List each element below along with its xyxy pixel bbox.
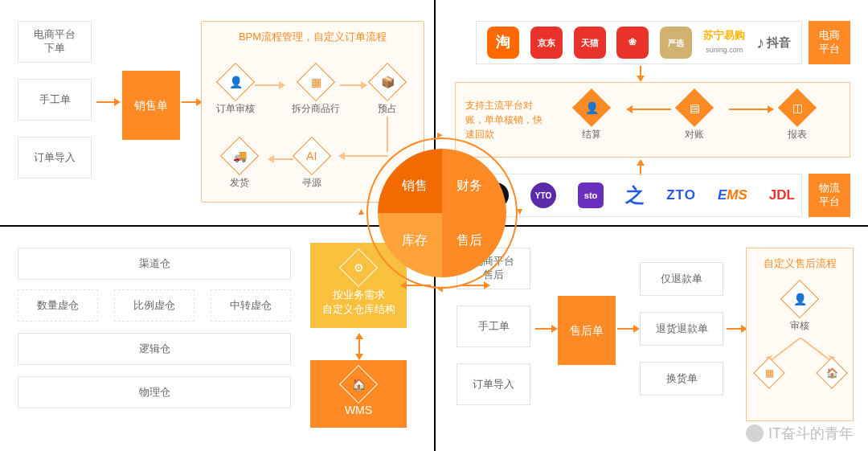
arrow-ecom-down	[637, 66, 645, 82]
watermark: IT奋斗的青年	[746, 424, 854, 443]
step-source: AI 寻源	[298, 142, 326, 190]
as-input-manual: 手工单	[457, 305, 530, 347]
node-recon: ▤ 对账	[681, 94, 708, 141]
step-reserve: 📦 预占	[374, 68, 401, 116]
node-settle: 👤 结算	[578, 94, 605, 141]
brand-pdd: ❀	[616, 27, 649, 59]
recon-arrow-1	[626, 105, 671, 113]
quadrant-inventory: 渠道仓 数量虚仓 比例虚仓 中转虚仓 逻辑仓 物理仓 ⚙ 按业务需求 自定义仓库…	[10, 238, 428, 439]
recon-note: 支持主流平台对账，单单核销，快速回款	[456, 98, 554, 141]
as-type-exchange: 换货单	[640, 362, 723, 396]
as-flow-title: 自定义售后流程	[764, 256, 837, 271]
arrow-to-bpm	[182, 98, 203, 106]
brand-zto: ZTO	[666, 187, 696, 204]
ecom-row: 淘 京东 天猫 ❀ 严选 苏宁易购 suning.com ♪抖音	[476, 21, 802, 64]
side-ecom-platforms: 电商 平台	[809, 21, 850, 64]
brand-tmall: 天猫	[574, 27, 606, 59]
recon-panel: 支持主流平台对账，单单核销，快速回款 👤 结算 ▤ 对账 ◫ 报表	[455, 82, 850, 158]
wh-phys: 物理仓	[18, 376, 291, 408]
as-hub: 售后单	[558, 296, 616, 365]
bpm-arrow-1	[255, 81, 285, 89]
wh-ratio: 比例虚仓	[114, 289, 194, 322]
as-type-returnrefund: 退货退款单	[640, 312, 723, 346]
bpm-arrow-4	[268, 155, 293, 163]
step-audit: 👤 订单审核	[216, 68, 255, 116]
step-split: ▦ 拆分商品行	[292, 68, 340, 116]
center-circle: 销售 财务 库存 售后 ▸ ▸ ▸ ▸	[378, 149, 506, 277]
box-import-order: 订单导入	[18, 137, 92, 178]
wh-qty: 数量虚仓	[18, 289, 98, 322]
arrow-logi-up	[637, 159, 645, 175]
bpm-arrow-3	[338, 152, 388, 160]
as-arrow-to-flow	[727, 325, 747, 333]
as-input-import: 订单导入	[457, 363, 530, 405]
as-type-refund: 仅退款单	[640, 262, 723, 296]
arrow-to-hub	[96, 98, 121, 106]
hub-sales: 销售单	[122, 71, 180, 140]
brand-yanxuan: 严选	[660, 27, 692, 59]
brand-suning: 苏宁易购 suning.com	[703, 29, 745, 56]
brand-yto: YTO	[530, 182, 556, 208]
wms-box: 🏠 WMS	[310, 360, 407, 428]
bpm-arrow-2	[340, 81, 367, 89]
box-ecom-order: 电商平台 下单	[18, 21, 92, 63]
side-logi-platforms: 物流 平台	[809, 174, 850, 217]
brand-taobao: 淘	[487, 27, 519, 59]
brand-sto: sto	[578, 182, 604, 208]
wh-transit: 中转虚仓	[211, 289, 291, 322]
as-node-audit: 👤 审核	[786, 285, 813, 333]
node-report: ◫ 报表	[784, 94, 811, 141]
wh-logic: 逻辑仓	[18, 333, 291, 365]
wh-channel: 渠道仓	[18, 248, 291, 280]
recon-arrow-2	[729, 105, 774, 113]
bpm-link	[387, 117, 388, 152]
quadrant-sales: 电商平台 下单 手工单 订单导入 销售单 BPM流程管理，自定义订单流程 👤 订…	[10, 14, 428, 215]
as-flow-panel: 自定义售后流程 👤 审核 ▦ 🏠	[746, 248, 854, 421]
brand-alipay: 之	[625, 182, 645, 207]
brand-douyin: ♪抖音	[756, 32, 791, 53]
as-arrow-to-hub	[535, 325, 558, 333]
wh-bidir-arrow	[355, 333, 363, 360]
box-manual-order: 手工单	[18, 79, 92, 121]
quadrant-aftersales: 电商平台 售后 手工单 订单导入 售后单 仅退款单 退货退款单 换货单 自定义售…	[448, 238, 860, 439]
brand-jdl: JDL	[769, 187, 795, 204]
brand-jd: 京东	[530, 27, 563, 59]
bpm-title: BPM流程管理，自定义订单流程	[202, 30, 424, 44]
brand-ems: EMS	[718, 187, 747, 204]
step-ship: 🚚 发货	[226, 142, 253, 190]
as-arrow-to-types	[617, 325, 640, 333]
